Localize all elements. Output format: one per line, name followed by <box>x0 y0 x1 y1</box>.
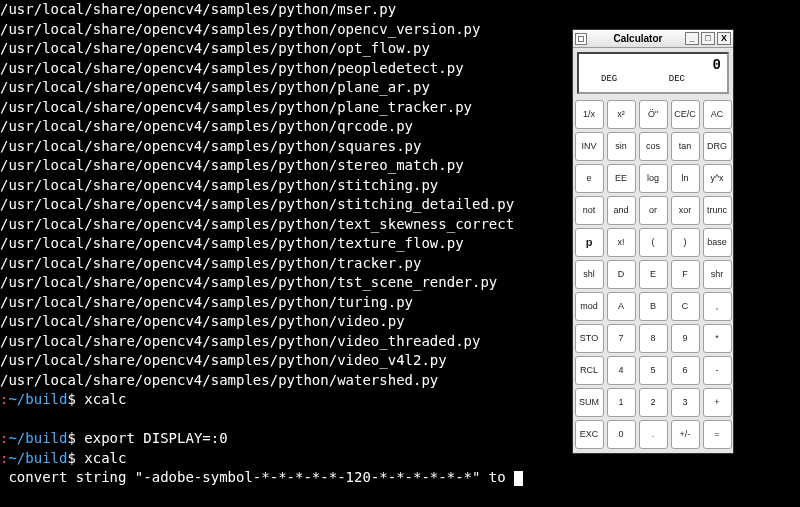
key-or[interactable]: or <box>639 196 668 225</box>
key-trunc[interactable]: trunc <box>703 196 732 225</box>
prompt-path: ~/build <box>8 430 67 446</box>
key-op[interactable]: . <box>639 420 668 449</box>
key-sum[interactable]: SUM <box>575 388 604 417</box>
key-x[interactable]: x² <box>607 100 636 129</box>
key-shl[interactable]: shl <box>575 260 604 289</box>
key-xor[interactable]: xor <box>671 196 700 225</box>
key-c[interactable]: C <box>671 292 700 321</box>
key-ee[interactable]: EE <box>607 164 636 193</box>
key-op[interactable]: ) <box>671 228 700 257</box>
key-ln[interactable]: ln <box>671 164 700 193</box>
key-op[interactable]: ( <box>639 228 668 257</box>
key-8[interactable]: 8 <box>639 324 668 353</box>
key-mod[interactable]: mod <box>575 292 604 321</box>
key-log[interactable]: log <box>639 164 668 193</box>
calculator-titlebar[interactable]: Calculator _ □ X <box>573 30 733 48</box>
key-9[interactable]: 9 <box>671 324 700 353</box>
display-value: 0 <box>713 56 721 76</box>
display-mode-base: DEC <box>669 70 685 90</box>
command-text: export DISPLAY=:0 <box>76 430 228 446</box>
maximize-button[interactable]: □ <box>701 32 715 45</box>
prompt-path: ~/build <box>8 391 67 407</box>
key-inv[interactable]: INV <box>575 132 604 161</box>
key-shr[interactable]: shr <box>703 260 732 289</box>
key-0[interactable]: 0 <box>607 420 636 449</box>
key-e[interactable]: E <box>639 260 668 289</box>
key-p[interactable]: p <box>575 228 604 257</box>
key-1x[interactable]: 1/x <box>575 100 604 129</box>
key-op[interactable]: - <box>703 356 732 385</box>
file-listing-line: /usr/local/share/opencv4/samples/python/… <box>0 0 800 20</box>
key-3[interactable]: 3 <box>671 388 700 417</box>
cursor <box>514 471 523 486</box>
key-6[interactable]: 6 <box>671 356 700 385</box>
key-exc[interactable]: EXC <box>575 420 604 449</box>
calculator-display: 0 DEG DEC <box>577 52 729 94</box>
window-menu-icon[interactable] <box>575 33 587 45</box>
key-op[interactable]: +/- <box>671 420 700 449</box>
key-5[interactable]: 5 <box>639 356 668 385</box>
key-4[interactable]: 4 <box>607 356 636 385</box>
prompt-dollar: $ <box>67 450 75 466</box>
key-ac[interactable]: AC <box>703 100 732 129</box>
key-b[interactable]: B <box>639 292 668 321</box>
key-op[interactable]: , <box>703 292 732 321</box>
key-op[interactable]: Ö" <box>639 100 668 129</box>
key-d[interactable]: D <box>607 260 636 289</box>
key-a[interactable]: A <box>607 292 636 321</box>
key-rcl[interactable]: RCL <box>575 356 604 385</box>
calculator-keypad: 1/xx²Ö"CE/CACINVsincostanDRGeEEloglny^xn… <box>573 98 733 453</box>
key-7[interactable]: 7 <box>607 324 636 353</box>
minimize-button[interactable]: _ <box>685 32 699 45</box>
display-mode-angle: DEG <box>601 70 617 90</box>
key-x[interactable]: x! <box>607 228 636 257</box>
key-sto[interactable]: STO <box>575 324 604 353</box>
command-text: xcalc <box>76 391 127 407</box>
key-and[interactable]: and <box>607 196 636 225</box>
key-sin[interactable]: sin <box>607 132 636 161</box>
warning-line: convert string "-adobe-symbol-*-*-*-*-*-… <box>0 468 800 488</box>
key-f[interactable]: F <box>671 260 700 289</box>
key-e[interactable]: e <box>575 164 604 193</box>
prompt-path: ~/build <box>8 450 67 466</box>
key-base[interactable]: base <box>703 228 732 257</box>
key-op[interactable]: * <box>703 324 732 353</box>
key-op[interactable]: = <box>703 420 732 449</box>
key-cec[interactable]: CE/C <box>671 100 700 129</box>
command-text: xcalc <box>76 450 127 466</box>
key-cos[interactable]: cos <box>639 132 668 161</box>
key-not[interactable]: not <box>575 196 604 225</box>
key-drg[interactable]: DRG <box>703 132 732 161</box>
close-button[interactable]: X <box>717 32 731 45</box>
prompt-dollar: $ <box>67 391 75 407</box>
key-1[interactable]: 1 <box>607 388 636 417</box>
calculator-window: Calculator _ □ X 0 DEG DEC 1/xx²Ö"CE/CAC… <box>572 29 734 454</box>
prompt-dollar: $ <box>67 430 75 446</box>
window-title: Calculator <box>591 29 685 49</box>
key-yx[interactable]: y^x <box>703 164 732 193</box>
key-tan[interactable]: tan <box>671 132 700 161</box>
key-op[interactable]: + <box>703 388 732 417</box>
key-2[interactable]: 2 <box>639 388 668 417</box>
